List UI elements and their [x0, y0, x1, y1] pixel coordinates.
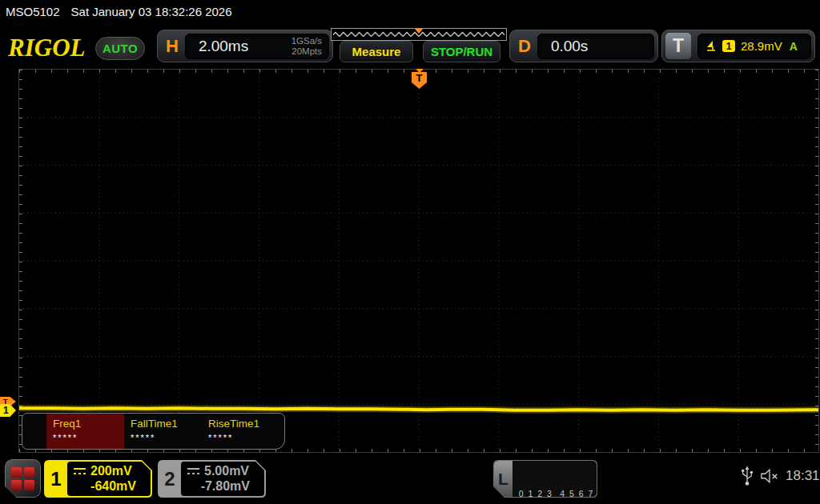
trigger-level-value: 28.9mV	[741, 39, 782, 53]
trigger-label: T	[665, 33, 691, 59]
acquisition-info: 1GSa/s 20Mpts	[291, 36, 322, 56]
measurement-item-falltime1[interactable]: FallTime1 *****	[124, 414, 202, 449]
delay-label: D	[518, 36, 531, 57]
channel2-offset: -7.80mV	[187, 479, 258, 494]
channel1-trace	[19, 70, 818, 452]
measurement-label: Freq1	[53, 418, 118, 430]
horizontal-label: H	[166, 36, 179, 57]
delay-value: 0.00s	[551, 38, 588, 55]
speaker-muted-icon[interactable]	[760, 468, 779, 484]
dc-coupling-icon	[187, 468, 199, 474]
trigger-settings-block[interactable]: T 1 28.9mV A	[661, 30, 815, 62]
stop-run-button[interactable]: STOP/RUN	[423, 41, 500, 62]
rigol-logo: RIGOL	[8, 34, 85, 62]
top-info-bar: MSO5102 Sat January 03 18:32:26 2026	[6, 5, 232, 18]
measurement-item-risetime1[interactable]: RiseTime1 *****	[202, 414, 279, 449]
delay-settings-block[interactable]: D 0.00s	[509, 30, 658, 62]
channel2-scale: 5.00mV	[204, 464, 249, 478]
channel2-panel: 5.00mV -7.80mV	[181, 462, 264, 496]
measure-button[interactable]: Measure	[340, 41, 413, 62]
status-icon-tray: 18:31	[741, 465, 820, 487]
delay-recess: 0.00s	[537, 34, 654, 59]
measurement-value: *****	[208, 433, 273, 442]
logic-channels-button[interactable]: L 0 1 2 3 4 5 6 7 8 9 10 11 12 13 14 15	[493, 460, 597, 498]
trigger-source-badge: 1	[722, 40, 735, 52]
measurement-value: *****	[53, 433, 118, 442]
model-text: MSO5102	[6, 5, 60, 18]
measurement-value: *****	[131, 433, 195, 442]
measurement-label: FallTime1	[131, 418, 195, 430]
usb-icon	[741, 465, 754, 487]
channel1-number: 1	[44, 460, 68, 498]
measurement-item-freq1[interactable]: Freq1 *****	[46, 414, 124, 449]
oscilloscope-screen: MSO5102 Sat January 03 18:32:26 2026 RIG…	[0, 0, 820, 504]
logic-row1: 0 1 2 3 4 5 6 7	[519, 489, 597, 499]
graticule	[18, 69, 819, 453]
logic-inner: L 0 1 2 3 4 5 6 7 8 9 10 11 12 13 14 15	[494, 461, 597, 497]
timebase-value: 2.00ms	[199, 38, 248, 55]
horizontal-recess: 2.00ms 1GSa/s 20Mpts	[185, 34, 329, 59]
auto-trigger-status-button[interactable]: AUTO	[95, 37, 145, 60]
channel1-offset-marker[interactable]: 1	[0, 404, 16, 417]
trigger-sweep-mode: A	[790, 40, 798, 53]
logic-label: L	[494, 461, 512, 497]
logic-channel-list: 0 1 2 3 4 5 6 7 8 9 10 11 12 13 14 15	[512, 461, 597, 497]
waveform-overview-strip[interactable]	[331, 28, 507, 41]
channel2-button[interactable]: 2 5.00mV -7.80mV	[158, 460, 266, 498]
channel2-number: 2	[158, 460, 182, 498]
trigger-recess: 1 28.9mV A	[697, 34, 811, 59]
dc-coupling-icon	[74, 468, 86, 474]
memory-depth-value: 20Mpts	[291, 46, 322, 57]
grid-menu-icon	[11, 467, 34, 490]
rising-edge-icon	[705, 40, 717, 53]
channel1-offset: -640mV	[74, 479, 144, 494]
measurement-bar: Freq1 ***** FallTime1 ***** RiseTime1 **…	[22, 413, 285, 450]
overview-trigger-position-icon[interactable]	[415, 29, 423, 34]
clock-text: 18:31	[786, 468, 820, 484]
channel1-button[interactable]: 1 200mV -640mV	[44, 460, 152, 498]
horizontal-settings-block[interactable]: H 2.00ms 1GSa/s 20Mpts	[157, 30, 333, 62]
grid-menu-button[interactable]	[5, 459, 41, 498]
sample-rate-value: 1GSa/s	[291, 36, 322, 46]
measurement-label: RiseTime1	[208, 418, 273, 430]
channel1-scale: 200mV	[90, 464, 132, 478]
datetime-text: Sat January 03 18:32:26 2026	[71, 5, 232, 18]
channel1-panel: 200mV -640mV	[67, 462, 151, 496]
